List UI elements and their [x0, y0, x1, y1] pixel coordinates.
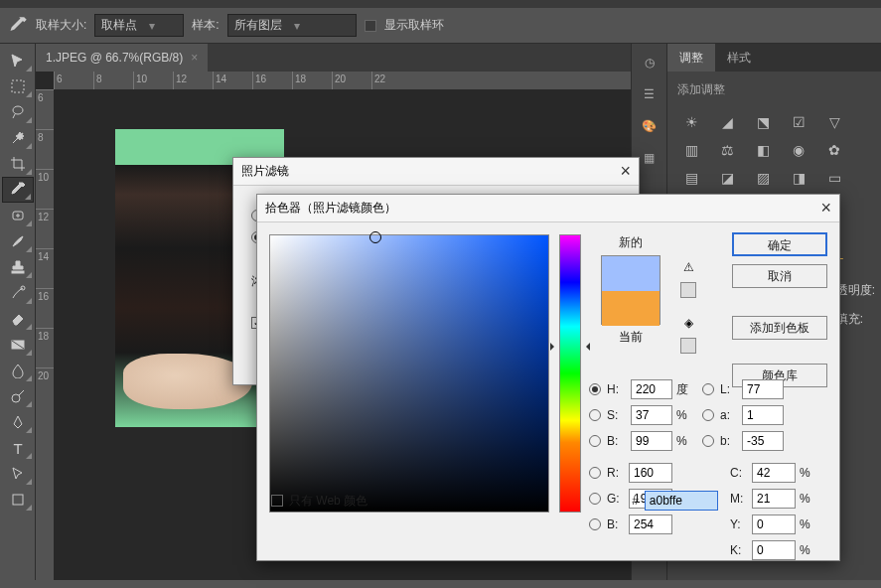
- gradient-tool[interactable]: [2, 332, 34, 358]
- s-input[interactable]: [631, 405, 672, 425]
- exposure-icon[interactable]: ☑: [789, 114, 808, 130]
- picker-title: 拾色器（照片滤镜颜色）: [265, 200, 396, 217]
- threshold-icon[interactable]: ◨: [789, 170, 808, 186]
- balance-icon[interactable]: ⚖: [717, 142, 737, 158]
- sample-mode-label: 样本:: [192, 17, 219, 34]
- heal-tool[interactable]: [2, 203, 34, 228]
- saturation-value-field[interactable]: [269, 234, 549, 513]
- y-input[interactable]: [752, 514, 796, 534]
- hex-input[interactable]: [645, 491, 718, 511]
- brush-tool[interactable]: [2, 228, 34, 254]
- show-ring-checkbox[interactable]: [365, 20, 376, 32]
- type-tool[interactable]: T: [2, 435, 34, 461]
- bv-input[interactable]: [631, 431, 672, 451]
- c-input[interactable]: [752, 463, 796, 483]
- hue-icon[interactable]: ▥: [681, 142, 701, 158]
- color-swatch: [601, 255, 661, 325]
- sample-size-label: 取样大小:: [36, 17, 86, 34]
- photo-filter-title: 照片滤镜: [241, 163, 289, 180]
- gamut-warning-icon[interactable]: ⚠: [683, 260, 694, 274]
- history-brush-tool[interactable]: [2, 280, 34, 306]
- palette-icon[interactable]: 🎨: [639, 115, 661, 137]
- poster-icon[interactable]: ▨: [753, 170, 773, 186]
- crop-tool[interactable]: [2, 151, 34, 177]
- wand-tool[interactable]: [2, 125, 34, 151]
- tab-adjustments[interactable]: 调整: [667, 44, 715, 72]
- ok-button[interactable]: 确定: [732, 232, 827, 256]
- rgb-b-input[interactable]: [629, 514, 672, 534]
- a-input[interactable]: [742, 405, 784, 425]
- svg-point-1: [13, 106, 23, 114]
- websafe-swatch[interactable]: [680, 338, 696, 354]
- eyedropper-icon: [8, 16, 28, 36]
- eraser-tool[interactable]: [2, 306, 34, 332]
- brightness-icon[interactable]: ☀: [681, 114, 701, 130]
- curves-icon[interactable]: ⬔: [753, 114, 773, 130]
- move-tool[interactable]: [2, 48, 34, 74]
- svg-rect-7: [13, 495, 23, 505]
- blur-tool[interactable]: [2, 358, 34, 383]
- b-radio[interactable]: [589, 435, 601, 447]
- pen-tool[interactable]: [2, 409, 34, 435]
- levels-icon[interactable]: ◢: [717, 114, 737, 130]
- svg-rect-0: [12, 80, 24, 92]
- document-tab[interactable]: 1.JPEG @ 66.7%(RGB/8)×: [36, 44, 208, 72]
- marquee-tool[interactable]: [2, 74, 34, 99]
- path-select-tool[interactable]: [2, 461, 34, 487]
- r-input[interactable]: [629, 463, 672, 483]
- close-icon[interactable]: ×: [191, 51, 198, 65]
- h-input[interactable]: [631, 379, 672, 399]
- web-only-checkbox[interactable]: [271, 495, 283, 507]
- svg-rect-3: [12, 271, 24, 273]
- current-label: 当前: [591, 329, 670, 346]
- gradient-map-icon[interactable]: ▭: [824, 170, 844, 186]
- sample-mode-dropdown[interactable]: 所有图层: [227, 14, 357, 37]
- color-picker-dialog: 拾色器（照片滤镜颜色） × 新的 当前 ⚠ ◈ 确定 取消 添加到色板: [256, 194, 840, 561]
- show-ring-label: 显示取样环: [384, 17, 444, 34]
- horizontal-ruler: 6810121416182022: [54, 72, 631, 89]
- sample-size-dropdown[interactable]: 取样点: [94, 14, 184, 37]
- hue-slider[interactable]: [559, 234, 581, 513]
- stamp-tool[interactable]: [2, 254, 34, 280]
- clock-icon[interactable]: ◷: [639, 52, 661, 74]
- lab-b-input[interactable]: [742, 431, 784, 451]
- websafe-warning-icon[interactable]: ◈: [684, 316, 693, 330]
- close-icon[interactable]: ×: [820, 198, 831, 219]
- a-radio[interactable]: [702, 409, 714, 421]
- k-input[interactable]: [752, 540, 796, 560]
- close-icon[interactable]: ×: [620, 161, 631, 182]
- hue-cursor[interactable]: [554, 343, 586, 349]
- lasso-tool[interactable]: [2, 99, 34, 125]
- dodge-tool[interactable]: [2, 383, 34, 409]
- sliders-icon[interactable]: ☰: [639, 83, 661, 105]
- l-radio[interactable]: [702, 383, 714, 395]
- new-label: 新的: [591, 234, 670, 251]
- toolbox: T: [0, 44, 36, 580]
- bw-icon[interactable]: ◧: [753, 142, 773, 158]
- cancel-button[interactable]: 取消: [732, 264, 827, 288]
- eyedropper-tool[interactable]: [2, 177, 34, 203]
- lookup-icon[interactable]: ▤: [681, 170, 701, 186]
- grid-icon[interactable]: ▦: [639, 147, 661, 169]
- web-only-label: 只有 Web 颜色: [289, 493, 367, 510]
- m-input[interactable]: [752, 489, 796, 509]
- mixer-icon[interactable]: ✿: [824, 142, 844, 158]
- add-swatch-button[interactable]: 添加到色板: [732, 316, 827, 340]
- add-adjustment-label: 添加调整: [677, 81, 871, 98]
- vibrance-icon[interactable]: ▽: [824, 114, 844, 130]
- invert-icon[interactable]: ◪: [717, 170, 737, 186]
- lab-b-radio[interactable]: [702, 435, 714, 447]
- gamut-swatch[interactable]: [680, 282, 696, 298]
- h-radio[interactable]: [589, 383, 601, 395]
- rgb-b-radio[interactable]: [589, 518, 601, 530]
- sv-cursor[interactable]: [369, 231, 381, 243]
- tab-styles[interactable]: 样式: [715, 44, 763, 72]
- vertical-ruler: 68101214161820: [36, 89, 54, 580]
- l-input[interactable]: [742, 379, 784, 399]
- photo-filter-icon[interactable]: ◉: [789, 142, 808, 158]
- opacity-label: 透明度:: [836, 283, 875, 297]
- svg-point-6: [12, 394, 20, 402]
- s-radio[interactable]: [589, 409, 601, 421]
- shape-tool[interactable]: [2, 487, 34, 513]
- r-radio[interactable]: [589, 467, 601, 479]
